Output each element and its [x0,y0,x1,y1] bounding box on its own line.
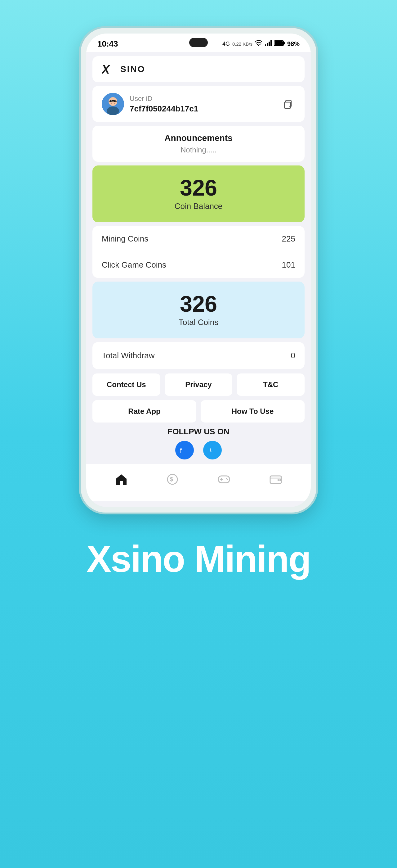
logo-text: SINO [120,64,145,74]
click-game-coins-value: 101 [282,260,295,270]
click-game-coins-label: Click Game Coins [102,260,166,270]
status-time: 10:43 [97,39,118,49]
copy-icon [282,98,293,110]
mining-svg: $ [166,473,179,486]
tnc-button[interactable]: T&C [237,373,305,396]
svg-rect-16 [285,102,291,108]
phone-screen: 10:43 4G 0.22 KB/s 98% [86,34,311,507]
rate-app-button[interactable]: Rate App [92,400,196,423]
follow-title: FOLLPW US ON [92,427,305,436]
nav-game[interactable] [210,470,238,491]
how-to-use-button[interactable]: How To Use [201,400,305,423]
wallet-icon [269,473,283,488]
action-buttons-row2: Rate App How To Use [92,400,305,423]
announcements-text: Nothing..... [102,146,295,154]
svg-point-14 [111,101,112,101]
svg-point-29 [278,479,280,480]
network-icon: 4G [222,41,230,47]
mining-icon: $ [166,473,179,488]
svg-text:t: t [210,447,211,453]
phone-frame: 10:43 4G 0.22 KB/s 98% [80,28,317,513]
home-icon [115,473,128,488]
game-svg [217,473,231,485]
avatar [102,93,124,115]
logo-area: X SINO [102,63,295,75]
svg-rect-1 [265,44,266,46]
svg-text:$: $ [170,476,173,483]
user-info: User iD 7cf7f050244b17c1 [130,95,274,114]
wifi-icon [255,40,262,48]
mining-coins-value: 225 [282,234,295,244]
status-bar: 10:43 4G 0.22 KB/s 98% [86,34,311,52]
announcements-card: Announcements Nothing..... [92,126,305,162]
svg-text:f: f [180,447,182,455]
follow-icons-row: f t [92,441,305,460]
svg-rect-7 [275,41,283,45]
coin-balance-number: 326 [102,177,295,199]
bottom-text-section: Xsino Mining [87,537,311,580]
logo-icon: X [102,63,118,75]
svg-rect-3 [269,41,270,46]
nav-home[interactable] [107,470,135,491]
battery-icon [274,40,285,48]
camera-notch [189,38,208,47]
bottom-nav: $ [86,464,311,501]
total-coins-label: Total Coins [102,318,295,327]
svg-point-25 [226,478,227,479]
user-id-label: User iD [130,95,274,103]
svg-point-15 [115,101,116,101]
withdraw-value: 0 [291,351,295,361]
status-icons: 4G 0.22 KB/s 98% [222,40,300,48]
coin-balance-label: Coin Balance [102,202,295,211]
svg-text:X: X [102,63,110,75]
battery-percent: 98% [287,40,300,48]
mining-coins-row: Mining Coins 225 [92,226,305,252]
svg-rect-6 [284,42,285,44]
wallet-svg [269,473,283,485]
follow-section: FOLLPW US ON f t [92,427,305,460]
svg-point-0 [258,45,259,46]
game-icon [217,473,231,488]
signal-icon [265,40,272,48]
avatar-image [102,93,124,115]
nav-mining[interactable]: $ [159,470,187,491]
content-area: X SINO [86,56,311,507]
action-buttons-row1: Contect Us Privacy T&C [92,373,305,396]
app-header: X SINO [92,56,305,82]
social-icon-2[interactable]: t [203,441,222,460]
user-id-value: 7cf7f050244b17c1 [130,104,274,114]
withdraw-section: Total Withdraw 0 [92,342,305,369]
svg-point-11 [107,106,119,115]
contact-us-button[interactable]: Contect Us [92,373,160,396]
coin-balance-card: 326 Coin Balance [92,165,305,222]
total-coins-card: 326 Total Coins [92,282,305,338]
data-speed: 0.22 KB/s [232,41,253,46]
click-game-coins-row: Click Game Coins 101 [92,252,305,278]
user-card: User iD 7cf7f050244b17c1 [92,86,305,122]
mining-coins-label: Mining Coins [102,234,148,244]
withdraw-label: Total Withdraw [102,351,155,361]
svg-point-26 [227,479,228,480]
copy-button[interactable] [280,96,295,112]
total-coins-number: 326 [102,293,295,315]
nav-wallet[interactable] [261,470,290,491]
bottom-title: Xsino Mining [87,537,311,580]
social-icon-1[interactable]: f [175,441,194,460]
announcements-title: Announcements [102,133,295,143]
home-svg [115,473,128,486]
stats-section: Mining Coins 225 Click Game Coins 101 [92,226,305,278]
svg-rect-4 [270,40,272,46]
withdraw-row: Total Withdraw 0 [92,342,305,369]
privacy-button[interactable]: Privacy [165,373,233,396]
svg-rect-2 [267,43,268,46]
